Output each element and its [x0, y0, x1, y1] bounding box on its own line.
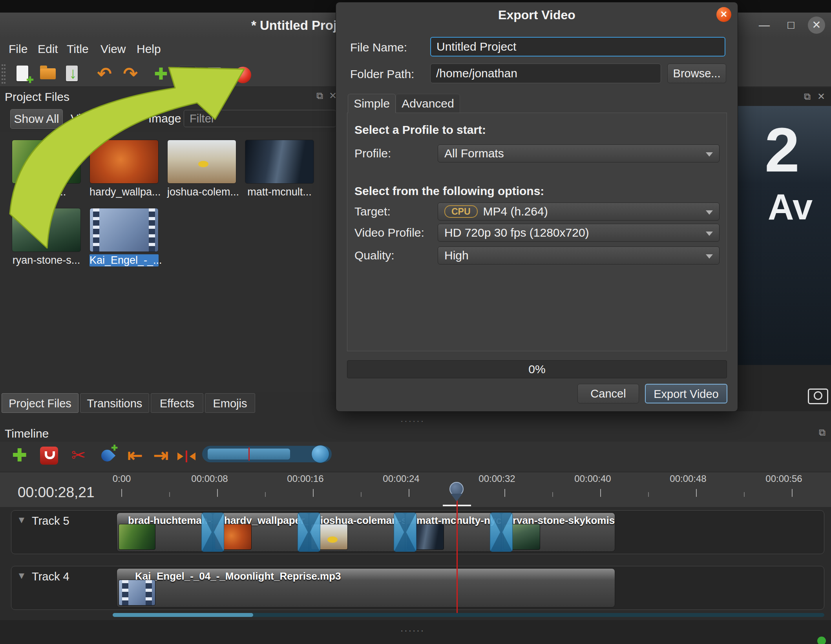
add-track-icon[interactable]: ✚ [9, 444, 31, 466]
folder-path-input[interactable] [430, 64, 661, 83]
tab-simple[interactable]: Simple [348, 94, 396, 113]
file-item[interactable]: hardy_wallpa... [89, 140, 159, 198]
marker-plus-glyph: ✚ [111, 444, 118, 451]
file-item[interactable]: matt-mcnult... [245, 140, 314, 198]
center-playhead-icon[interactable] [175, 444, 197, 466]
export-progress-bar: 0% [347, 360, 727, 378]
play-icon[interactable]: ▶ [177, 64, 197, 84]
file-thumbnail[interactable] [12, 208, 81, 252]
export-video-icon[interactable] [204, 64, 225, 84]
timeline-clip[interactable]: joshua-coleman-sc [309, 513, 405, 552]
record-icon[interactable] [232, 64, 253, 84]
timeline-scrollbar-thumb[interactable] [113, 613, 253, 617]
file-thumbnail[interactable] [89, 208, 159, 252]
jump-start-glyph: ⇤ [128, 445, 143, 465]
transition-clip[interactable] [490, 513, 513, 552]
timeline-audio-clip[interactable]: Kai_Engel_-_04_-_Moonlight_Reprise.mp3 [117, 568, 615, 608]
status-dot [817, 637, 826, 644]
file-item[interactable]: brad-h... [12, 140, 81, 198]
undo-icon[interactable]: ↶ [94, 64, 115, 84]
menu-edit[interactable]: Edit [38, 42, 58, 56]
chevron-down-icon[interactable]: ▼ [17, 570, 26, 581]
center-bar [186, 451, 187, 462]
toolbar-grip[interactable] [2, 64, 5, 84]
tab-emojis[interactable]: Emojis [205, 393, 255, 413]
zoom-knob[interactable] [311, 445, 329, 463]
timeline-title: Timeline [5, 427, 49, 440]
menu-file[interactable]: File [9, 42, 27, 56]
playhead-pin-tip [451, 494, 462, 502]
timeline-clip[interactable]: brad-huchteman-s [117, 513, 213, 552]
file-thumbnail[interactable] [12, 140, 81, 184]
import-files-icon[interactable]: ✚ [151, 64, 171, 84]
float-timeline-icon[interactable]: ⧉ [819, 427, 826, 438]
tab-advanced[interactable]: Advanced [396, 94, 460, 113]
current-time: 00:00:28,21 [18, 484, 94, 501]
play-box: ▶ [178, 66, 196, 82]
file-item-selected[interactable]: Kai_Engel_-_... [89, 208, 159, 266]
target-dropdown[interactable]: CPUMP4 (h.264) [438, 203, 720, 221]
filter-show-all[interactable]: Show All [10, 109, 63, 129]
export-button[interactable]: Export Video [645, 384, 727, 403]
file-item[interactable]: joshua-colem... [167, 140, 236, 198]
cancel-button[interactable]: Cancel [577, 384, 639, 403]
maximize-icon[interactable]: □ [782, 16, 800, 34]
timeline-clip[interactable]: hardy_wallpaper_ [213, 513, 309, 552]
profile-dropdown[interactable]: All Formats [438, 144, 720, 162]
filter-image[interactable]: Image [148, 109, 181, 128]
track-5-row[interactable]: ▼ Track 5 brad-huchteman-s hardy_wallpap… [11, 510, 824, 554]
quality-dropdown[interactable]: High [438, 246, 720, 265]
playhead-line[interactable] [457, 493, 458, 613]
folder-path-label: Folder Path: [350, 64, 414, 84]
chevron-down-icon [706, 152, 713, 157]
menu-view[interactable]: View [100, 42, 126, 56]
transition-clip[interactable] [201, 513, 224, 552]
open-project-icon[interactable] [38, 64, 58, 84]
options-section-heading: Select from the following options: [354, 184, 544, 198]
filter-input[interactable] [184, 110, 336, 127]
file-item[interactable]: ryan-stone-s... [12, 208, 81, 266]
save-project-icon[interactable]: ↓ [63, 64, 83, 84]
razor-scissors-icon[interactable]: ✂ [68, 444, 89, 466]
tab-project-files[interactable]: Project Files [2, 393, 79, 413]
snap-magnet-icon[interactable] [38, 444, 60, 466]
filter-video[interactable]: Video [71, 109, 100, 128]
snapshot-camera-icon[interactable] [808, 389, 828, 404]
new-project-icon[interactable]: ✚ [13, 64, 34, 84]
file-thumbnail[interactable] [89, 140, 159, 184]
ruler-tick: 0:00 [90, 473, 153, 484]
file-thumbnail[interactable] [245, 140, 314, 184]
float-preview-icon[interactable]: ⧉ [804, 91, 811, 102]
transition-clip[interactable] [394, 513, 416, 552]
close-icon[interactable]: ✕ [808, 16, 825, 34]
redo-icon[interactable]: ↷ [120, 64, 141, 84]
minimize-icon[interactable]: — [756, 16, 773, 34]
chevron-down-icon[interactable]: ▼ [17, 514, 26, 525]
menu-title[interactable]: Title [67, 42, 89, 56]
timeline-zoom-slider[interactable] [202, 446, 332, 462]
playhead-handle[interactable] [449, 482, 464, 504]
next-marker-icon[interactable]: ⇥ [150, 444, 172, 466]
ruler-tick: 00:00:48 [657, 473, 720, 484]
magnet-u-shape [45, 451, 55, 459]
close-preview-icon[interactable]: ✕ [817, 91, 825, 102]
track-4-row[interactable]: ▼ Track 4 Kai_Engel_-_04_-_Moonlight_Rep… [11, 566, 824, 610]
tab-transitions[interactable]: Transitions [80, 393, 149, 413]
tab-effects[interactable]: Effects [151, 393, 203, 413]
timeline-ruler[interactable]: 00:00:28,21 0:00 00:00:08 00:00:16 00:00… [0, 473, 831, 507]
filter-audio[interactable]: Audio [110, 109, 140, 128]
timeline-clip[interactable]: ryan-stone-skykomis... [501, 513, 615, 552]
video-profile-dropdown[interactable]: HD 720p 30 fps (1280x720) [438, 224, 720, 242]
float-panel-icon[interactable]: ⧉ [316, 90, 323, 101]
add-marker-icon[interactable]: ✚ [97, 444, 119, 466]
timeline-clip[interactable]: matt-mcnulty-nyc- [405, 513, 501, 552]
browse-button[interactable]: Browse... [667, 64, 726, 83]
splitter-handle[interactable]: ······ [400, 626, 425, 636]
file-thumbnail[interactable] [167, 140, 236, 184]
menu-help[interactable]: Help [137, 42, 161, 56]
previous-marker-icon[interactable]: ⇤ [124, 444, 146, 466]
file-name-input[interactable] [430, 37, 725, 57]
dialog-close-icon[interactable]: ✕ [716, 7, 731, 22]
transition-clip[interactable] [298, 513, 320, 552]
target-label: Target: [354, 203, 391, 221]
